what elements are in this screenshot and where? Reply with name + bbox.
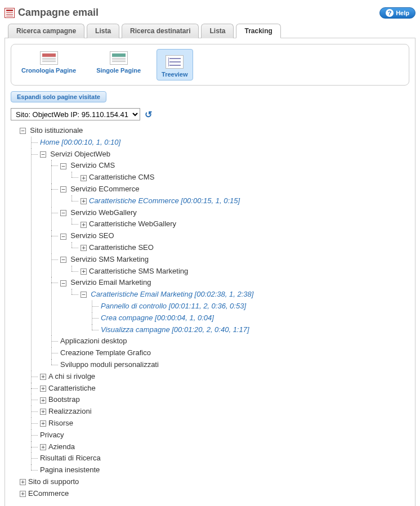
tree-node[interactable]: Pagina inesistente: [40, 465, 100, 474]
tree-node[interactable]: Risultati di Ricerca: [40, 454, 101, 462]
tab-lista-2[interactable]: Lista: [201, 24, 234, 38]
expand-visited-button[interactable]: Espandi solo pagine visitate: [11, 91, 106, 102]
tool-label: Singole Pagine: [96, 67, 141, 74]
tree-node[interactable]: Caratteristiche CMS: [89, 173, 154, 181]
help-button[interactable]: ? Help: [379, 7, 415, 19]
expand-icon[interactable]: +: [40, 444, 46, 450]
tree-node[interactable]: Realizzazioni: [48, 407, 92, 415]
page-title: Campagne email: [18, 7, 99, 19]
expand-icon[interactable]: +: [40, 420, 46, 427]
collapse-icon[interactable]: −: [60, 257, 66, 263]
expand-icon[interactable]: +: [40, 409, 46, 415]
tree-node[interactable]: Servizio SEO: [70, 231, 114, 240]
tree-node[interactable]: Bootstrap: [48, 395, 80, 404]
help-label: Help: [396, 10, 409, 16]
tab-tracking[interactable]: Tracking: [236, 24, 280, 38]
tree-node[interactable]: Crea compagne [00:00:04, 1, 0:04]: [101, 314, 214, 322]
tree-node[interactable]: Applicazioni desktop: [60, 337, 127, 345]
tree-node[interactable]: Creazione Template Grafico: [60, 348, 151, 357]
tree-node[interactable]: Servizio CMS: [70, 161, 115, 169]
header-left: Campagne email: [5, 7, 99, 19]
tab-bar: Ricerca campagne Lista Ricerca destinata…: [5, 23, 415, 38]
tab-ricerca-campagne[interactable]: Ricerca campagne: [8, 24, 84, 38]
tab-ricerca-destinatari[interactable]: Ricerca destinatari: [122, 24, 199, 38]
expand-icon[interactable]: +: [40, 397, 46, 404]
tool-singole-pagine[interactable]: Singole Pagine: [92, 49, 145, 80]
page-header: Campagne email ? Help: [5, 5, 415, 23]
expand-icon[interactable]: +: [81, 175, 87, 181]
tree-node[interactable]: Servizio ECommerce: [70, 185, 139, 193]
collapse-icon[interactable]: −: [60, 280, 66, 286]
tree-node[interactable]: ECommerce: [28, 489, 69, 498]
collapse-icon[interactable]: −: [60, 210, 66, 216]
help-icon: ?: [386, 9, 394, 17]
tree-view: − Sito istituzionale Home [00:00:10, 1, …: [11, 125, 409, 500]
tree-node[interactable]: Servizio WebGallery: [70, 208, 137, 217]
collapse-icon[interactable]: −: [60, 163, 66, 169]
tree-node[interactable]: A chi si rivolge: [48, 372, 95, 380]
tree-node[interactable]: Servizio Email Marketing: [70, 278, 151, 286]
single-pages-icon: [110, 51, 128, 65]
collapse-icon[interactable]: −: [81, 292, 87, 298]
tool-treeview[interactable]: Treeview: [157, 49, 193, 80]
tree-node[interactable]: Servizio SMS Marketing: [70, 255, 149, 263]
tree-node[interactable]: Servizi ObjectWeb: [50, 150, 110, 158]
expand-icon[interactable]: +: [40, 374, 46, 380]
controls-row: Espandi solo pagine visitate: [11, 91, 409, 102]
collapse-icon[interactable]: −: [60, 186, 66, 192]
tree-node[interactable]: Caratteristiche SMS Marketing: [89, 267, 188, 275]
tree-node[interactable]: Sviluppo moduli personalizzati: [60, 360, 159, 369]
tool-label: Treeview: [162, 71, 187, 78]
expand-icon[interactable]: +: [20, 491, 26, 497]
site-row: Sito: ObjectWeb IP: 95.110.154.41 ↺: [11, 108, 409, 120]
tree-node[interactable]: Sito di supporto: [28, 477, 79, 486]
pages-history-icon: [40, 51, 58, 65]
expand-icon[interactable]: +: [81, 198, 87, 204]
refresh-icon[interactable]: ↺: [145, 109, 152, 120]
expand-icon[interactable]: +: [81, 268, 87, 275]
tree-node[interactable]: Caratteristiche ECommerce [00:00:15, 1, …: [89, 196, 240, 205]
tree-node[interactable]: Visualizza campagne [00:01:20, 2, 0:40, …: [101, 325, 249, 334]
view-toolbar: Cronologia Pagine Singole Pagine Treevie…: [11, 44, 409, 86]
campaign-icon: [5, 8, 15, 18]
expand-icon[interactable]: +: [20, 479, 26, 485]
tree-node[interactable]: Home [00:00:10, 1, 0:10]: [40, 138, 120, 146]
expand-icon[interactable]: +: [81, 245, 87, 251]
expand-icon[interactable]: +: [81, 222, 87, 228]
tree-node[interactable]: Caratteristiche: [48, 384, 96, 392]
tree-node[interactable]: Caratteristiche WebGallery: [89, 220, 176, 228]
tree-node[interactable]: Azienda: [48, 442, 75, 451]
collapse-icon[interactable]: −: [20, 128, 26, 134]
site-ip-select[interactable]: Sito: ObjectWeb IP: 95.110.154.41: [11, 108, 140, 120]
treeview-icon: [166, 55, 184, 69]
main-panel: Cronologia Pagine Singole Pagine Treevie…: [5, 38, 415, 506]
tree-node[interactable]: Sito istituzionale: [30, 126, 83, 135]
tree-node[interactable]: Privacy: [40, 431, 64, 439]
tree-node[interactable]: Caratteristiche Email Marketing [00:02:3…: [91, 290, 253, 298]
tab-lista-1[interactable]: Lista: [87, 24, 119, 38]
tree-node[interactable]: Risorse: [48, 419, 73, 427]
collapse-icon[interactable]: −: [40, 151, 46, 158]
expand-icon[interactable]: +: [40, 386, 46, 392]
collapse-icon[interactable]: −: [60, 234, 66, 240]
tree-node[interactable]: Caratteristiche SEO: [89, 243, 154, 252]
tool-label: Cronologia Pagine: [21, 67, 76, 74]
tool-cronologia-pagine[interactable]: Cronologia Pagine: [17, 49, 81, 80]
tree-node[interactable]: Pannello di controllo [00:01:11, 2, 0:36…: [101, 302, 246, 310]
